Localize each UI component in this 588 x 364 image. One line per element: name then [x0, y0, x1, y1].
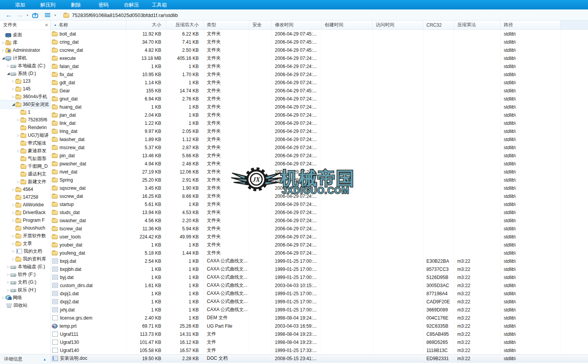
- address-path[interactable]: 752835f691068a8154025d0503bfdd1f.rar\std…: [63, 12, 178, 18]
- password-button[interactable]: 密码: [90, 0, 118, 10]
- folder-row[interactable]: pin_dat13.46 KB5.66 KB文件夹2006-04-29 07:2…: [51, 151, 588, 160]
- folder-row[interactable]: sqscrew_dat3.45 KB1.90 KB文件夹2006-04-29 0…: [51, 184, 588, 192]
- file-row[interactable]: Ugraf140105.58 KB16.57 KB文件1999-01-25 17…: [51, 346, 588, 354]
- column-header-accessed[interactable]: 访问时间: [373, 20, 423, 29]
- tree-item[interactable]: ▷软件 (F:): [0, 270, 50, 278]
- tree-item[interactable]: ▷本地磁盘 (C:): [0, 62, 50, 70]
- folder-row[interactable]: bolt_dat11.92 KB6.22 KB文件夹2006-04-29 07:…: [51, 30, 588, 38]
- folder-row[interactable]: youbei_dat1 KB1 KB文件夹2006-04-29 07:24:..…: [51, 241, 588, 249]
- tree-item[interactable]: ◢系统 (D:): [0, 70, 50, 77]
- folder-row[interactable]: execute13.18 MB405.16 KB文件夹2006-04-29 07…: [51, 54, 588, 62]
- add-button[interactable]: 添加: [6, 0, 34, 10]
- tree-item[interactable]: ▷UG万能讲: [0, 131, 50, 139]
- column-header-crc32[interactable]: CRC32: [423, 20, 454, 29]
- folder-row[interactable]: youfeng_dat5.18 KB1.44 KB文件夹2006-04-29 0…: [51, 249, 588, 257]
- file-row[interactable]: temp.prt69.71 KB25.26 KBUG Part File2003…: [51, 322, 588, 330]
- tree-item[interactable]: ▷Administrator: [0, 46, 50, 54]
- folder-row[interactable]: jian_dat2.04 KB1 KB文件夹2006-04-29 07:24:.…: [51, 111, 588, 119]
- file-row[interactable]: dxpj1.dat1 KB1 KBCAXA 公式曲线文...1999-01-25…: [51, 289, 588, 298]
- tree-item[interactable]: ▷开票软件数: [0, 232, 50, 240]
- tree-item[interactable]: ▷752835f6: [0, 116, 50, 124]
- expand-icon[interactable]: ▷: [11, 257, 15, 261]
- tree-item[interactable]: ▷新建文件: [0, 178, 50, 185]
- column-header-created[interactable]: 创建时间: [322, 20, 373, 29]
- forward-icon[interactable]: →: [15, 11, 25, 19]
- tree-item[interactable]: shoushuch: [0, 224, 50, 232]
- folder-row[interactable]: link_dat1.22 KB1 KB文件夹2006-04-29 07:24:.…: [51, 119, 588, 127]
- folder-row[interactable]: lring_dat9.97 KB2.05 KB文件夹2006-04-29 07:…: [51, 127, 588, 135]
- close-icon[interactable]: ×: [45, 22, 48, 28]
- up-one-level-icon[interactable]: [30, 12, 40, 18]
- history-chevron-icon[interactable]: ▼: [25, 14, 30, 17]
- tree-item[interactable]: 回收站: [0, 301, 50, 309]
- view-mode-chevron-icon[interactable]: ▼: [53, 14, 58, 17]
- expand-icon[interactable]: ▷: [6, 281, 10, 284]
- column-header-method[interactable]: 压缩算法: [454, 20, 501, 29]
- sfx-button[interactable]: 自解压: [118, 0, 145, 10]
- tree-item[interactable]: 桌面: [0, 31, 50, 39]
- expand-icon[interactable]: ▷: [11, 188, 15, 191]
- expand-icon[interactable]: ▷: [16, 180, 20, 184]
- file-row[interactable]: dxpj2.dat1 KB1 KBCAXA 公式曲线文...1999-01-25…: [51, 298, 588, 306]
- tree-item[interactable]: ▷我的资料库: [0, 255, 50, 263]
- expand-icon[interactable]: ▷: [11, 203, 15, 207]
- tree-item[interactable]: 147258: [0, 193, 50, 201]
- tree-item[interactable]: ▷文档 (G:): [0, 278, 50, 286]
- file-row[interactable]: Ugraf111113.73 KB14.31 KB文件1998-08-04 19…: [51, 330, 588, 338]
- folder-row[interactable]: huang_dat1 KB1 KB文件夹2006-04-29 07:24:...…: [51, 103, 588, 111]
- expand-icon[interactable]: ▷: [6, 265, 10, 269]
- tree-item[interactable]: Renderin: [0, 124, 50, 131]
- folder-row[interactable]: rivet_dat27.19 KB12.06 KB文件夹2006-04-29 0…: [51, 168, 588, 176]
- collapse-icon[interactable]: ◢: [6, 71, 10, 75]
- expand-icon[interactable]: ▷: [11, 234, 15, 238]
- folder-row[interactable]: Gear155 KB14.74 KB文件夹2006-04-29 07:45:..…: [51, 87, 588, 95]
- tree-item[interactable]: ▷文章: [0, 240, 50, 247]
- folder-row[interactable]: gdt_dat1.14 KB1 KB文件夹2006-04-29 07:24:..…: [51, 78, 588, 87]
- tree-item[interactable]: ▷AliWorkbe: [0, 201, 50, 209]
- expand-icon[interactable]: ▷: [11, 242, 15, 245]
- expand-icon[interactable]: ▷: [11, 80, 15, 83]
- tree-item[interactable]: 气缸圆形: [0, 155, 50, 162]
- tree-item[interactable]: ▷豪迪群发: [0, 147, 50, 155]
- expand-icon[interactable]: ▷: [11, 95, 15, 99]
- tree-item[interactable]: ◢计算机: [0, 54, 50, 62]
- file-row[interactable]: jxhj.dat1 KB1 KBCAXA 公式曲线文...1999-01-25 …: [51, 306, 588, 314]
- folder-row[interactable]: mscrew_dat5.37 KB2.87 KB文件夹2006-04-29 07…: [51, 143, 588, 151]
- column-header-name[interactable]: ▲名称: [51, 20, 126, 29]
- folder-row[interactable]: startup5.61 KB1 KB文件夹2006-04-29 07:24:..…: [51, 200, 588, 208]
- collapse-icon[interactable]: ◢: [1, 56, 5, 60]
- expand-icon[interactable]: ▷: [11, 87, 15, 91]
- expand-icon[interactable]: ▷: [16, 149, 20, 153]
- folder-row[interactable]: user_tools224.42 KB49.99 KB文件夹2006-04-29…: [51, 233, 588, 241]
- file-row[interactable]: Ugraf130101.47 KB16.12 KB文件1998-08-04 19…: [51, 338, 588, 346]
- tree-item[interactable]: 1: [0, 108, 50, 116]
- file-row[interactable]: byj.dat1 KB1 KBCAXA 公式曲线文...1999-01-25 1…: [51, 273, 588, 281]
- tree-item[interactable]: ▷Program F: [0, 216, 50, 224]
- expand-icon[interactable]: ▷: [16, 118, 20, 122]
- column-header-path[interactable]: 路径: [501, 20, 561, 29]
- column-header-type[interactable]: 类型: [204, 20, 249, 29]
- delete-button[interactable]: 删除: [62, 0, 90, 10]
- folder-row[interactable]: falan_dat1 KB1 KB文件夹2006-04-29 07:24:...…: [51, 62, 588, 70]
- column-header-size[interactable]: 大小: [126, 20, 166, 29]
- folder-row[interactable]: tscrew_dat11.36 KB5.94 KB文件夹2006-04-29 0…: [51, 225, 588, 233]
- view-mode-icon[interactable]: [43, 13, 53, 17]
- tree-item[interactable]: ▷娱乐 (H:): [0, 286, 50, 294]
- tree-item[interactable]: ▷网络: [0, 294, 50, 301]
- tree-item[interactable]: ▷360n4s手机: [0, 93, 50, 100]
- tree-item[interactable]: ▷本地磁盘 (E:): [0, 263, 50, 270]
- expand-icon[interactable]: ▷: [1, 41, 5, 44]
- tree-item[interactable]: ▷4564: [0, 185, 50, 193]
- tree-item[interactable]: 盛达利主: [0, 170, 50, 178]
- expand-icon[interactable]: ▷: [11, 219, 15, 222]
- tree-item[interactable]: ▷我的文档: [0, 247, 50, 255]
- tree-item[interactable]: 千图网_D: [0, 162, 50, 170]
- folder-row[interactable]: lwasher_dat1.89 KB1.12 KB文件夹2006-04-29 0…: [51, 135, 588, 143]
- details-bar[interactable]: 详细信息 ▲: [0, 354, 50, 364]
- tree-item[interactable]: ▷123: [0, 77, 50, 85]
- tree-item[interactable]: ▷DriverBack: [0, 209, 50, 216]
- folder-row[interactable]: gnut_dat6.94 KB2.76 KB文件夹2006-04-29 07:2…: [51, 95, 588, 103]
- file-row[interactable]: license.grs.dem2.40 KB1 KBDEM 文件1998-08-…: [51, 314, 588, 322]
- folder-row[interactable]: sscrew_dat16.25 KB8.66 KB文件夹2006-04-29 0…: [51, 192, 588, 200]
- folder-row[interactable]: Spring25.20 KB2.91 KB文件夹2006-04-29 07:24…: [51, 176, 588, 184]
